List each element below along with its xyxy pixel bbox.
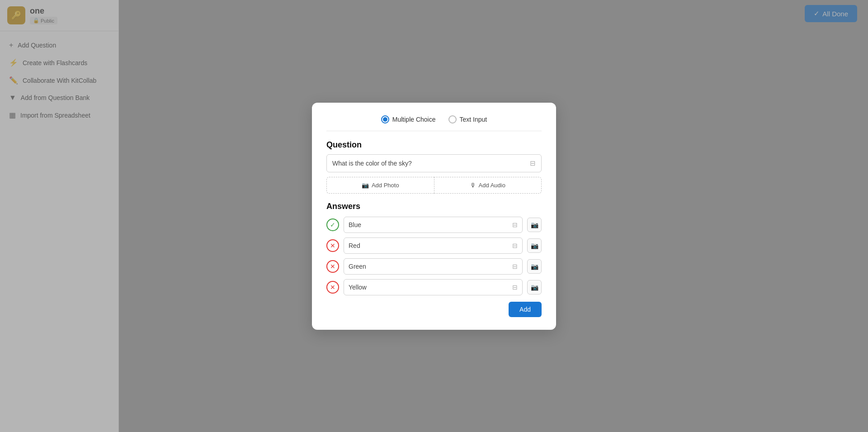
answer-format-icon-2[interactable]: ⊟ [512,263,518,270]
answer-row-1: ✕ ⊟ 📷 [326,237,542,254]
answer-incorrect-indicator-2[interactable]: ✕ [326,260,339,273]
add-answer-button[interactable]: Add [509,302,542,317]
answer-photo-button-0[interactable]: 📷 [527,218,542,232]
answer-format-icon-0[interactable]: ⊟ [512,221,518,228]
add-photo-button[interactable]: 📷 Add Photo [326,177,434,194]
camera-icon: 📷 [362,182,369,189]
answer-input-row-3: ⊟ [344,279,523,295]
answer-incorrect-indicator-1[interactable]: ✕ [326,239,339,252]
answer-format-icon-3[interactable]: ⊟ [512,284,518,291]
text-input-label: Text Input [460,116,487,123]
media-row: 📷 Add Photo 🎙 Add Audio [326,177,542,194]
add-button-row: Add [326,302,542,317]
answer-input-row-0: ⊟ [344,217,523,233]
answer-input-3[interactable] [349,284,509,291]
question-type-selector: Multiple Choice Text Input [326,115,542,131]
add-audio-label: Add Audio [479,182,505,189]
answer-photo-button-3[interactable]: 📷 [527,280,542,294]
answer-incorrect-indicator-3[interactable]: ✕ [326,281,339,294]
question-input[interactable] [332,160,530,167]
answer-input-2[interactable] [349,263,509,270]
text-input-radio[interactable] [448,115,457,123]
answer-row-3: ✕ ⊟ 📷 [326,279,542,295]
question-format-icon[interactable]: ⊟ [530,159,536,167]
answer-input-row-2: ⊟ [344,258,523,275]
answer-input-0[interactable] [349,221,509,228]
answer-photo-button-1[interactable]: 📷 [527,238,542,253]
add-audio-button[interactable]: 🎙 Add Audio [434,177,542,194]
answer-correct-indicator-0[interactable]: ✓ [326,218,339,231]
multiple-choice-radio[interactable] [381,115,389,123]
answer-input-1[interactable] [349,242,509,249]
question-input-row: ⊟ [326,154,542,172]
add-photo-label: Add Photo [372,182,399,189]
microphone-icon: 🎙 [470,182,476,189]
question-modal: Multiple Choice Text Input Question ⊟ 📷 … [312,103,556,330]
answer-row-0: ✓ ⊟ 📷 [326,217,542,233]
question-section-title: Question [326,140,542,150]
multiple-choice-label: Multiple Choice [392,116,436,123]
answer-row-2: ✕ ⊟ 📷 [326,258,542,275]
answers-section-title: Answers [326,202,542,211]
modal-overlay: Multiple Choice Text Input Question ⊟ 📷 … [0,0,868,432]
multiple-choice-option[interactable]: Multiple Choice [381,115,436,123]
answer-format-icon-1[interactable]: ⊟ [512,242,518,249]
answer-input-row-1: ⊟ [344,237,523,254]
text-input-option[interactable]: Text Input [448,115,487,123]
answer-photo-button-2[interactable]: 📷 [527,259,542,274]
